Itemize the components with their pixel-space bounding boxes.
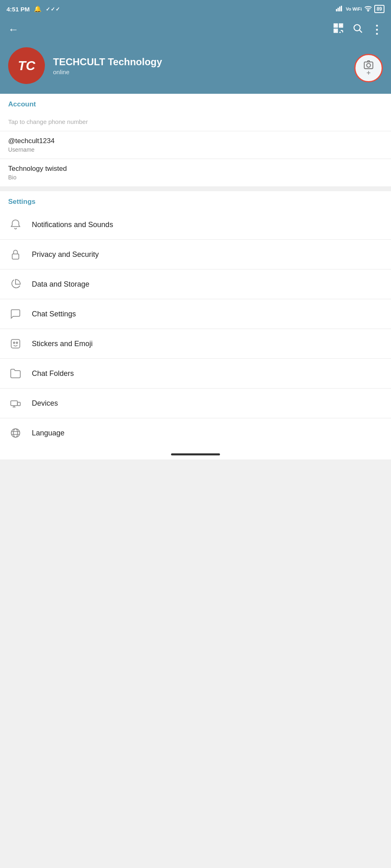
username-value: @techcult1234 bbox=[8, 137, 383, 145]
settings-row-language[interactable]: Language bbox=[0, 418, 391, 448]
data-label: Data and Storage bbox=[32, 280, 89, 289]
account-section-label: Account bbox=[0, 94, 391, 113]
username-row[interactable]: @techcult1234 Username bbox=[0, 131, 391, 159]
profile-name: TECHCULT Technology bbox=[53, 56, 383, 68]
svg-point-4 bbox=[368, 10, 369, 11]
avatar-text: TC bbox=[18, 58, 36, 73]
profile-header: TC TECHCULT Technology online + bbox=[0, 42, 391, 94]
pie-chart-icon bbox=[8, 277, 23, 292]
back-button[interactable]: ← bbox=[8, 23, 19, 36]
bell-icon bbox=[8, 217, 23, 232]
folders-label: Chat Folders bbox=[32, 369, 74, 378]
svg-rect-9 bbox=[340, 25, 342, 27]
add-photo-button[interactable]: + bbox=[354, 54, 383, 82]
time: 4:51 PM bbox=[7, 6, 30, 13]
svg-line-19 bbox=[360, 30, 362, 33]
folder-icon bbox=[8, 366, 23, 381]
lock-icon bbox=[8, 247, 23, 262]
globe-icon bbox=[8, 426, 23, 440]
svg-point-30 bbox=[11, 429, 20, 437]
settings-row-notifications[interactable]: Notifications and Sounds bbox=[0, 210, 391, 240]
add-photo-inner: + bbox=[363, 59, 374, 77]
settings-row-folders[interactable]: Chat Folders bbox=[0, 359, 391, 389]
svg-rect-8 bbox=[335, 25, 337, 27]
svg-point-24 bbox=[13, 342, 15, 344]
status-bar: 4:51 PM 🔔 ✓✓✓ Vo WiFi 89 bbox=[0, 0, 391, 18]
avatar: TC bbox=[8, 47, 45, 84]
svg-rect-26 bbox=[11, 401, 17, 406]
sticker-icon bbox=[8, 336, 23, 351]
bottom-bar bbox=[0, 448, 391, 459]
username-label: Username bbox=[8, 146, 383, 153]
devices-icon bbox=[8, 396, 23, 411]
settings-row-devices[interactable]: Devices bbox=[0, 389, 391, 418]
phone-row[interactable]: Tap to change phone number bbox=[0, 113, 391, 131]
svg-point-18 bbox=[354, 24, 360, 31]
bio-label: Bio bbox=[8, 174, 383, 181]
svg-rect-0 bbox=[336, 9, 337, 11]
privacy-label: Privacy and Security bbox=[32, 250, 99, 259]
home-indicator bbox=[171, 453, 220, 455]
settings-row-privacy[interactable]: Privacy and Security bbox=[0, 240, 391, 269]
phone-hint: Tap to change phone number bbox=[8, 118, 383, 125]
notifications-label: Notifications and Sounds bbox=[32, 221, 113, 229]
stickers-label: Stickers and Emoji bbox=[32, 340, 93, 348]
signal-icon bbox=[336, 6, 343, 13]
language-label: Language bbox=[32, 429, 64, 437]
alarm-icon: 🔔 bbox=[34, 5, 42, 13]
profile-info: TECHCULT Technology online bbox=[53, 56, 383, 75]
settings-section-label: Settings bbox=[0, 191, 391, 210]
chat-icon bbox=[8, 307, 23, 321]
status-right: Vo WiFi 89 bbox=[336, 5, 384, 13]
battery-icon: 89 bbox=[374, 5, 384, 13]
settings-row-data[interactable]: Data and Storage bbox=[0, 269, 391, 299]
svg-rect-23 bbox=[11, 340, 20, 348]
devices-label: Devices bbox=[32, 399, 58, 408]
account-section: Account Tap to change phone number @tech… bbox=[0, 94, 391, 186]
search-button[interactable] bbox=[352, 23, 363, 36]
svg-rect-3 bbox=[341, 6, 342, 11]
nav-actions: ⋮ bbox=[333, 22, 383, 36]
settings-row-chat[interactable]: Chat Settings bbox=[0, 299, 391, 329]
svg-rect-1 bbox=[338, 8, 339, 11]
top-nav: ← ⋮ bbox=[0, 18, 391, 42]
qr-code-button[interactable] bbox=[333, 22, 344, 36]
svg-rect-10 bbox=[335, 30, 337, 32]
check-icons: ✓✓✓ bbox=[46, 6, 60, 12]
more-menu-button[interactable]: ⋮ bbox=[371, 23, 383, 36]
svg-point-25 bbox=[16, 342, 18, 344]
status-left: 4:51 PM 🔔 ✓✓✓ bbox=[7, 5, 60, 13]
settings-section: Settings Notifications and Sounds Privac… bbox=[0, 191, 391, 448]
bio-value: Technology twisted bbox=[8, 165, 383, 173]
bio-row[interactable]: Technology twisted Bio bbox=[0, 159, 391, 186]
svg-point-21 bbox=[367, 63, 370, 67]
gray-divider bbox=[0, 186, 391, 191]
svg-point-31 bbox=[13, 429, 18, 437]
chat-settings-label: Chat Settings bbox=[32, 310, 76, 318]
profile-status: online bbox=[53, 68, 383, 75]
svg-rect-27 bbox=[18, 402, 20, 406]
svg-rect-22 bbox=[12, 254, 19, 259]
settings-row-stickers[interactable]: Stickers and Emoji bbox=[0, 329, 391, 359]
vo-wifi-label: Vo WiFi bbox=[346, 7, 362, 11]
svg-rect-2 bbox=[339, 7, 340, 11]
wifi-icon bbox=[364, 6, 372, 13]
